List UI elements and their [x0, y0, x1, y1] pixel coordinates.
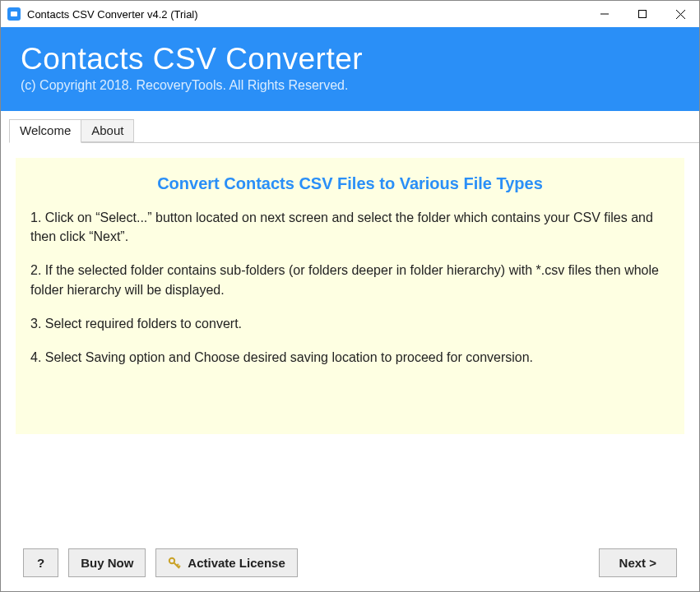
- maximize-icon: [638, 10, 647, 18]
- tab-about[interactable]: About: [81, 119, 134, 142]
- svg-rect-1: [639, 11, 647, 18]
- tab-row: Welcome About: [9, 119, 699, 143]
- minimize-icon: [600, 10, 609, 18]
- titlebar: Contacts CSV Converter v4.2 (Trial): [1, 1, 699, 27]
- step-4: 4. Select Saving option and Choose desir…: [30, 348, 670, 367]
- help-button[interactable]: ?: [23, 548, 58, 577]
- content-pane: Convert Contacts CSV Files to Various Fi…: [1, 143, 699, 444]
- activate-license-button[interactable]: Activate License: [155, 548, 297, 577]
- app-icon: [7, 7, 21, 21]
- next-button[interactable]: Next >: [599, 548, 677, 577]
- close-icon: [676, 10, 685, 19]
- step-2: 2. If the selected folder contains sub-f…: [30, 261, 670, 298]
- maximize-button[interactable]: [624, 1, 661, 27]
- key-icon: [168, 557, 181, 570]
- window-controls: [586, 1, 699, 27]
- step-3: 3. Select required folders to convert.: [30, 314, 670, 333]
- buy-now-button[interactable]: Buy Now: [68, 548, 146, 577]
- welcome-panel: Convert Contacts CSV Files to Various Fi…: [16, 158, 684, 434]
- step-1: 1. Click on “Select...” button located o…: [30, 208, 670, 246]
- activate-license-label: Activate License: [188, 556, 285, 570]
- banner-title: Contacts CSV Converter: [21, 42, 679, 76]
- button-row: ? Buy Now Activate License Next >: [0, 542, 700, 592]
- tab-welcome[interactable]: Welcome: [9, 119, 81, 143]
- window-title: Contacts CSV Converter v4.2 (Trial): [27, 8, 586, 21]
- svg-point-4: [169, 557, 174, 562]
- banner: Contacts CSV Converter (c) Copyright 201…: [1, 27, 699, 111]
- close-button[interactable]: [661, 1, 699, 27]
- svg-line-7: [178, 566, 180, 567]
- welcome-heading: Convert Contacts CSV Files to Various Fi…: [30, 174, 670, 193]
- minimize-button[interactable]: [586, 1, 624, 27]
- svg-line-6: [177, 564, 178, 566]
- banner-copyright: (c) Copyright 2018. RecoveryTools. All R…: [21, 78, 679, 93]
